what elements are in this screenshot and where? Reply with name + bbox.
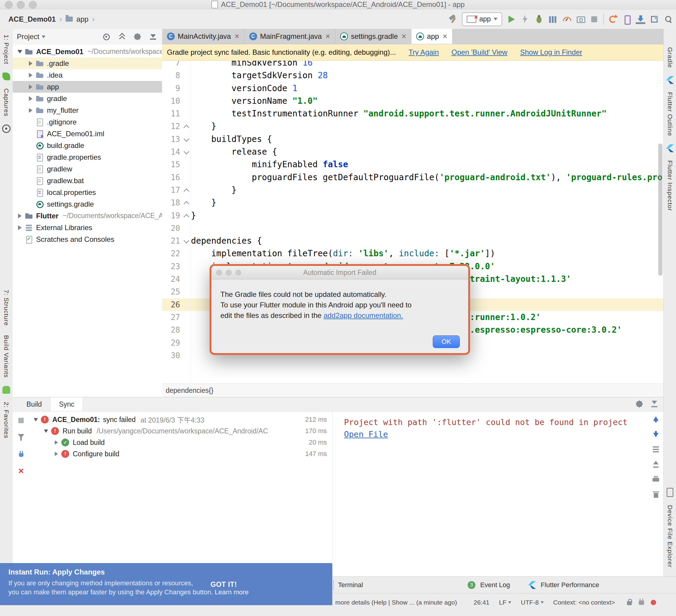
- code-line-16[interactable]: 16 proguardFiles getDefaultProguardFile(…: [162, 171, 663, 184]
- run-configuration-select[interactable]: app: [462, 12, 502, 26]
- export-icon[interactable]: [651, 460, 661, 469]
- tree-item-settings-gradle[interactable]: settings.gradle: [13, 198, 162, 210]
- run-icon[interactable]: [506, 14, 516, 24]
- learn-more-link[interactable]: Learn more: [215, 588, 249, 596]
- status-message[interactable]: more details (Help | Show ... (a minute …: [335, 594, 457, 612]
- code-line-15[interactable]: 15 minifyEnabled false: [162, 158, 663, 171]
- code-line-9[interactable]: 9 versionCode 1: [162, 82, 663, 95]
- attach-profiler-icon[interactable]: [562, 14, 571, 24]
- tool-stripe-1-project[interactable]: 1: Project: [3, 35, 10, 64]
- stop-icon[interactable]: [589, 14, 599, 24]
- tree-toggle-icon[interactable]: [52, 440, 60, 445]
- close-tab-icon[interactable]: [235, 33, 239, 41]
- banner-link-show-log-in-finder[interactable]: Show Log in Finder: [520, 48, 582, 57]
- code-line-8[interactable]: 8 targetSdkVersion 28: [162, 69, 663, 82]
- fold-icon[interactable]: [182, 209, 191, 222]
- apply-changes-icon[interactable]: [520, 14, 530, 24]
- android-monitor-icon[interactable]: [637, 598, 646, 607]
- breadcrumb-target[interactable]: app: [76, 15, 89, 23]
- tree-toggle-icon[interactable]: [16, 225, 24, 230]
- tree-item-gradle[interactable]: .gradle: [13, 57, 162, 69]
- tree-toggle-icon[interactable]: [42, 430, 50, 433]
- project-view-select[interactable]: Project: [17, 33, 39, 41]
- tree-toggle-icon[interactable]: [26, 85, 35, 89]
- debug-icon[interactable]: [534, 14, 544, 24]
- close-tab-icon[interactable]: [325, 33, 330, 41]
- scroll-down-icon[interactable]: [651, 430, 661, 439]
- tree-item-ace-demo01-iml[interactable]: ACE_Demo01.iml: [13, 128, 162, 139]
- build-tab-build[interactable]: Build: [18, 397, 50, 411]
- editor-tab-mainfragment-java[interactable]: MainFragment.java: [244, 29, 335, 44]
- code-line-10[interactable]: 10 versionName "1.0": [162, 95, 663, 107]
- suspend-icon[interactable]: [16, 416, 26, 425]
- tree-item-gradlew-bat[interactable]: gradlew.bat: [13, 175, 162, 186]
- tree-toggle-icon[interactable]: [32, 418, 40, 422]
- tree-item-gradle[interactable]: gradle: [13, 93, 162, 104]
- code-line-17[interactable]: 17 }: [162, 184, 663, 197]
- dialog-minimize-button[interactable]: [226, 270, 232, 276]
- hide-panel-icon[interactable]: [148, 32, 158, 42]
- tool-stripe-build-variants[interactable]: Build Variants: [3, 335, 10, 378]
- print-icon[interactable]: [651, 474, 661, 484]
- notification-icon[interactable]: [649, 598, 658, 607]
- tool-stripe-7-structure[interactable]: 7: Structure: [3, 290, 10, 326]
- code-line-11[interactable]: 11 testInstrumentationRunner "android.su…: [162, 107, 663, 120]
- tree-toggle-icon[interactable]: [16, 214, 24, 218]
- sdk-manager-icon[interactable]: [636, 14, 645, 24]
- tool-stripe-flutter-inspector[interactable]: Flutter Inspector: [666, 160, 674, 211]
- android-icon[interactable]: [2, 386, 10, 394]
- settings-icon[interactable]: [132, 32, 142, 42]
- flutter-icon[interactable]: [666, 145, 674, 152]
- banner-link-try-again[interactable]: Try Again: [409, 48, 439, 57]
- tree-item-scratches-and-consoles[interactable]: Scratches and Consoles: [13, 233, 162, 245]
- editor-scrollbar[interactable]: [658, 144, 663, 276]
- tree-item-build-gradle[interactable]: build.gradle: [13, 139, 162, 151]
- tree-toggle-icon[interactable]: [26, 61, 35, 66]
- fold-icon[interactable]: [182, 133, 191, 146]
- tree-item-gradle-properties[interactable]: gradle.properties: [13, 151, 162, 163]
- tree-item-my-flutter[interactable]: my_flutter: [13, 104, 162, 116]
- collapse-all-icon[interactable]: [117, 32, 127, 42]
- editor-tab-mainactivity-java[interactable]: MainActivity.java: [162, 29, 244, 44]
- soft-wrap-icon[interactable]: [651, 445, 661, 454]
- tool-stripe-flutter-outline[interactable]: Flutter Outline: [666, 92, 674, 136]
- tool-stripe-gradle[interactable]: Gradle: [666, 47, 674, 68]
- code-line-13[interactable]: 13 buildTypes {: [162, 133, 663, 146]
- fold-icon[interactable]: [182, 120, 191, 133]
- breadcrumb-project[interactable]: ACE_Demo01: [8, 15, 56, 23]
- import-icon[interactable]: [650, 399, 659, 409]
- banner-link-open-build-view[interactable]: Open 'Build' View: [451, 48, 507, 57]
- build-tab-sync[interactable]: Sync: [50, 397, 83, 411]
- tree-toggle-icon[interactable]: [16, 50, 24, 54]
- tree-item-local-properties[interactable]: local.properties: [13, 186, 162, 198]
- line-ending-select[interactable]: LF: [499, 599, 511, 606]
- toolwindow-flutter-performance[interactable]: Flutter Performance: [541, 581, 599, 589]
- scroll-up-icon[interactable]: [651, 414, 661, 424]
- tree-toggle-icon[interactable]: [52, 452, 60, 456]
- settings-icon[interactable]: [634, 399, 644, 409]
- sync-project-icon[interactable]: [608, 14, 618, 24]
- fold-icon[interactable]: [182, 184, 191, 197]
- code-line-20[interactable]: 20: [162, 222, 663, 235]
- tree-item-gradlew[interactable]: gradlew: [13, 163, 162, 175]
- tree-item-external-libraries[interactable]: External Libraries: [13, 222, 162, 233]
- tree-item-gitignore[interactable]: .gitignore: [13, 116, 162, 128]
- toolwindow-terminal[interactable]: Terminal: [333, 576, 363, 594]
- minimize-window-button[interactable]: [17, 1, 25, 9]
- tree-toggle-icon[interactable]: [26, 96, 35, 101]
- tree-item-app[interactable]: app: [13, 81, 162, 93]
- code-line-21[interactable]: 21dependencies {: [162, 235, 663, 247]
- tree-item-ace-demo01[interactable]: ACE_Demo01~/Documents/workspace/AC: [13, 46, 162, 57]
- dialog-close-button[interactable]: [216, 270, 222, 276]
- code-line-12[interactable]: 12 }: [162, 120, 663, 133]
- tree-item-flutter[interactable]: Flutter~/Documents/workspace/ACE_And: [13, 210, 162, 222]
- capture-icon[interactable]: [575, 14, 585, 24]
- code-line-18[interactable]: 18 }: [162, 197, 663, 209]
- fold-icon[interactable]: [182, 235, 191, 247]
- tool-stripe-2-favorites[interactable]: 2: Favorites: [3, 402, 10, 439]
- clear-icon[interactable]: [651, 490, 661, 499]
- close-icon[interactable]: [16, 466, 26, 476]
- code-line-19[interactable]: 19}: [162, 209, 663, 222]
- build-tree-row-run-build[interactable]: Run build/Users/yangce/Documents/workspa…: [30, 425, 332, 437]
- zoom-window-button[interactable]: [29, 1, 37, 9]
